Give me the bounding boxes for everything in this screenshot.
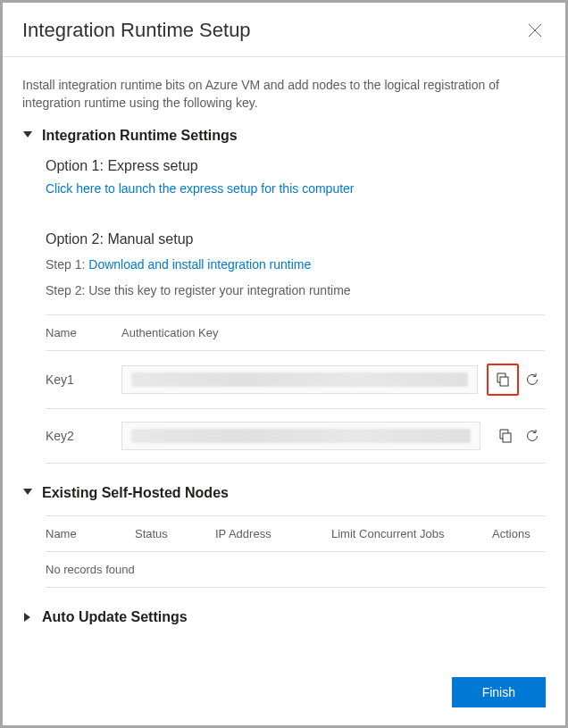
nodes-col-jobs: Limit Concurrent Jobs — [331, 527, 492, 540]
express-setup-link[interactable]: Click here to launch the express setup f… — [46, 181, 546, 196]
section-toggle-nodes[interactable]: Existing Self-Hosted Nodes — [22, 485, 546, 501]
key-row: Key1 — [46, 351, 546, 409]
close-button[interactable] — [524, 20, 546, 41]
keys-header-key: Authentication Key — [121, 326, 546, 339]
nodes-col-name: Name — [46, 527, 135, 540]
svg-marker-5 — [23, 489, 32, 495]
key2-name: Key2 — [46, 429, 121, 443]
step1-prefix: Step 1: — [46, 257, 88, 272]
key-row: Key2 — [46, 409, 546, 464]
key1-name: Key1 — [46, 372, 121, 387]
refresh-icon — [525, 429, 539, 443]
option1-title: Option 1: Express setup — [46, 158, 546, 174]
section-toggle-auto-update[interactable]: Auto Update Settings — [22, 609, 546, 625]
nodes-col-ip: IP Address — [215, 527, 331, 540]
nodes-col-actions: Actions — [492, 527, 546, 540]
key1-value-field[interactable] — [121, 365, 478, 394]
download-runtime-link[interactable]: Download and install integration runtime — [88, 257, 311, 272]
key2-value-field[interactable] — [121, 422, 480, 450]
svg-marker-6 — [24, 613, 30, 622]
close-icon — [528, 23, 542, 38]
dialog-description: Install integration runtime bits on Azur… — [22, 77, 546, 112]
keys-header-name: Name — [46, 326, 121, 339]
svg-marker-2 — [23, 131, 32, 138]
step2-text: Step 2: Use this key to register your in… — [46, 280, 546, 300]
section-title-settings: Integration Runtime Settings — [42, 128, 238, 144]
refresh-key2-button[interactable] — [519, 423, 546, 449]
nodes-col-status: Status — [135, 527, 215, 540]
caret-down-icon — [22, 489, 33, 498]
refresh-icon — [525, 372, 539, 387]
nodes-empty: No records found — [46, 563, 135, 576]
copy-icon — [498, 429, 513, 443]
copy-key2-button[interactable] — [492, 423, 519, 449]
dialog-title: Integration Runtime Setup — [22, 19, 251, 42]
refresh-key1-button[interactable] — [519, 366, 546, 393]
section-title-nodes: Existing Self-Hosted Nodes — [42, 485, 229, 501]
svg-rect-4 — [503, 433, 511, 442]
caret-down-icon — [22, 131, 33, 140]
copy-icon — [496, 372, 510, 387]
svg-rect-3 — [500, 377, 508, 386]
redacted-key — [131, 372, 468, 387]
copy-key1-button[interactable] — [489, 366, 516, 393]
section-title-auto-update: Auto Update Settings — [42, 609, 188, 625]
redacted-key — [131, 429, 471, 443]
finish-button[interactable]: Finish — [452, 677, 546, 707]
caret-right-icon — [22, 613, 33, 622]
option2-title: Option 2: Manual setup — [46, 231, 546, 247]
section-toggle-settings[interactable]: Integration Runtime Settings — [22, 128, 546, 144]
